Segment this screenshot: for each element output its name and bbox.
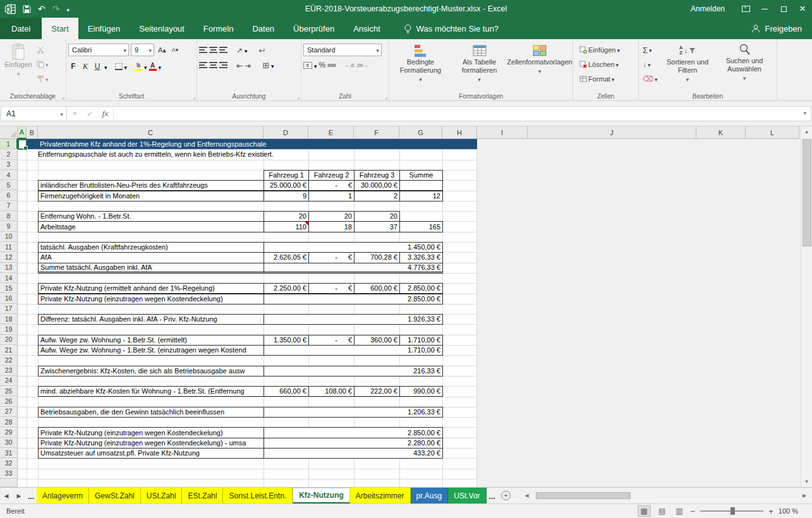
zoom-out-button[interactable]: − bbox=[691, 507, 696, 516]
zoom-level-label[interactable]: 100 % bbox=[779, 507, 798, 515]
cell-C5[interactable]: inländischer Bruttolisten-Neu-Preis des … bbox=[38, 180, 264, 191]
cell-C20[interactable]: Aufw. Wege zw. Wohnung - 1.Betr.St. (erm… bbox=[38, 335, 264, 346]
cell-F4[interactable]: Fahrzeug 3 bbox=[354, 170, 400, 181]
comma-style-button[interactable]: 000 bbox=[327, 63, 336, 68]
sign-in-link[interactable]: Anmelden bbox=[679, 4, 736, 13]
vertical-scroll-thumb[interactable] bbox=[803, 139, 811, 246]
align-middle-icon[interactable] bbox=[209, 47, 217, 53]
row-header-13[interactable]: 13 bbox=[0, 263, 18, 273]
sheet-tab-kfz-nutzung[interactable]: Kfz-Nutzung bbox=[293, 488, 350, 503]
cell-C27[interactable]: Betriebsausgaben, die den Gewinn tatsäch… bbox=[38, 407, 264, 418]
cell-B1[interactable]: Privatentnahme Kfz anhand der 1%-Regelun… bbox=[27, 139, 477, 149]
font-family-select[interactable]: Calibri bbox=[68, 44, 129, 56]
cell-D25[interactable]: 660,00 € bbox=[264, 386, 309, 397]
cell-E8[interactable]: 20 bbox=[308, 211, 354, 222]
maximize-button[interactable] bbox=[774, 0, 793, 18]
format-as-table-button[interactable]: Als Tabelle formatieren bbox=[450, 40, 509, 91]
conditional-formatting-button[interactable]: Bedingte Formatierung bbox=[391, 40, 450, 91]
cell-C9[interactable]: Arbeitstage bbox=[38, 221, 264, 232]
horizontal-scrollbar[interactable]: ◀ ▶ bbox=[522, 488, 809, 503]
close-button[interactable] bbox=[793, 0, 812, 18]
formula-bar-expand-button[interactable] bbox=[799, 107, 811, 121]
row-header-31[interactable]: 31 bbox=[0, 448, 18, 458]
ribbon-tab-seitenlayout[interactable]: Seitenlayout bbox=[130, 18, 194, 39]
orientation-button[interactable] bbox=[236, 44, 243, 56]
row-header-14[interactable]: 14 bbox=[0, 273, 18, 283]
row-header-15[interactable]: 15 bbox=[0, 283, 18, 293]
alignment-dialog-launcher[interactable]: ⌟ bbox=[297, 93, 300, 100]
cell-F20[interactable]: 360,00 € bbox=[354, 335, 400, 346]
sheet-tab-arbeitszimmer[interactable]: Arbeitszimmer bbox=[350, 488, 411, 503]
cell-E20[interactable]: -€ bbox=[308, 335, 354, 346]
vertical-scrollbar[interactable]: ▲ ▼ bbox=[801, 126, 812, 487]
page-break-view-button[interactable]: ▥ bbox=[673, 506, 685, 516]
col-header-G[interactable]: G bbox=[399, 126, 442, 139]
increase-font-size-button[interactable] bbox=[156, 44, 168, 56]
cell-F15[interactable]: 600,00 € bbox=[354, 283, 400, 294]
decrease-indent-button[interactable] bbox=[236, 59, 243, 71]
bold-button[interactable]: F bbox=[68, 62, 78, 71]
row-header-4[interactable]: 4 bbox=[0, 170, 18, 180]
cell-E5[interactable]: -€ bbox=[308, 180, 354, 191]
cell-E6[interactable]: 1 bbox=[308, 191, 354, 202]
format-painter-button[interactable] bbox=[35, 73, 51, 85]
cell-C12[interactable]: AfA bbox=[38, 252, 264, 263]
font-size-select[interactable]: 9 bbox=[131, 44, 154, 56]
format-cells-button[interactable]: Format bbox=[578, 73, 636, 85]
cell-D11[interactable]: 1.450,00 € bbox=[264, 242, 443, 253]
ribbon-tab-datei[interactable]: Datei bbox=[0, 18, 42, 39]
cell-C30[interactable]: Private Kfz-Nutzung (einzutragen wegen K… bbox=[38, 438, 264, 449]
col-header-D[interactable]: D bbox=[264, 126, 308, 139]
row-header-11[interactable]: 11 bbox=[0, 242, 18, 252]
cell-C25[interactable]: mind. abziehbare Kfz-Kosten für Wohnung … bbox=[38, 386, 264, 397]
row-header-21[interactable]: 21 bbox=[0, 345, 18, 355]
cell-D8[interactable]: 20 bbox=[264, 211, 309, 222]
percent-style-button[interactable]: % bbox=[319, 61, 326, 69]
row-header-32[interactable]: 32 bbox=[0, 458, 18, 468]
redo-icon[interactable]: ↷ bbox=[52, 4, 60, 13]
row-header-16[interactable]: 16 bbox=[0, 293, 18, 303]
cell-E25[interactable]: 108,00 € bbox=[308, 386, 354, 397]
scroll-left-icon[interactable]: ◀ bbox=[522, 493, 532, 498]
row-header-27[interactable]: 27 bbox=[0, 407, 18, 417]
cell-C13[interactable]: Summe tatsächl. Ausgaben inkl. AfA bbox=[38, 263, 264, 274]
underline-button[interactable]: U bbox=[92, 62, 102, 71]
row-header-18[interactable]: 18 bbox=[0, 314, 18, 324]
col-header-C[interactable]: C bbox=[38, 126, 264, 139]
cell-D15[interactable]: 2.250,00 € bbox=[264, 283, 309, 294]
scroll-down-icon[interactable]: ▼ bbox=[801, 476, 812, 487]
cell-D21[interactable]: 1.710,00 € bbox=[264, 345, 443, 356]
row-header-10[interactable]: 10 bbox=[0, 232, 18, 242]
cell-D6[interactable]: 9 bbox=[264, 191, 309, 202]
cell-C29[interactable]: Private Kfz-Nutzung (einzutragen wegen K… bbox=[38, 427, 264, 438]
cell-G25[interactable]: 990,00 € bbox=[399, 386, 443, 397]
col-header-H[interactable]: H bbox=[442, 126, 477, 139]
normal-view-button[interactable]: ▦ bbox=[638, 505, 651, 517]
new-sheet-button[interactable]: + bbox=[498, 488, 514, 503]
decrease-font-size-button[interactable] bbox=[170, 44, 181, 56]
cell-D29[interactable]: 2.850,00 € bbox=[264, 427, 443, 438]
fill-button[interactable] bbox=[641, 58, 660, 71]
align-left-icon[interactable] bbox=[199, 62, 207, 68]
cell-F5[interactable]: 30.000,00 € bbox=[354, 180, 400, 191]
cell-G12[interactable]: 3.326,33 € bbox=[399, 252, 443, 263]
row-header-5[interactable]: 5 bbox=[0, 180, 18, 190]
row-header-29[interactable]: 29 bbox=[0, 427, 18, 437]
col-header-I[interactable]: I bbox=[477, 126, 528, 139]
row-header-28[interactable]: 28 bbox=[0, 417, 18, 427]
cell-G6[interactable]: 12 bbox=[399, 191, 443, 202]
formula-input[interactable] bbox=[114, 107, 799, 121]
underline-dropdown-icon[interactable] bbox=[104, 61, 107, 72]
sort-filter-button[interactable]: AZ ↓ Sortieren und Filtern bbox=[660, 40, 715, 91]
ribbon-tab-ansicht[interactable]: Ansicht bbox=[344, 18, 390, 39]
cell-E9[interactable]: 18 bbox=[308, 221, 354, 232]
sheet-tab-gewst-zahl[interactable]: GewSt.Zahl bbox=[89, 488, 141, 503]
cell-E12[interactable]: -€ bbox=[308, 252, 354, 263]
row-header-17[interactable]: 17 bbox=[0, 304, 18, 314]
number-dialog-launcher[interactable]: ⌟ bbox=[385, 93, 387, 100]
cell-F8[interactable]: 20 bbox=[354, 211, 400, 222]
sheet-nav-left-icon[interactable]: ◀ bbox=[0, 488, 13, 503]
col-header-E[interactable]: E bbox=[308, 126, 354, 139]
minimize-button[interactable] bbox=[755, 0, 774, 18]
cell-C21[interactable]: Aufw. Wege zw. Wohnung - 1.Betr.St. (ein… bbox=[38, 345, 264, 356]
